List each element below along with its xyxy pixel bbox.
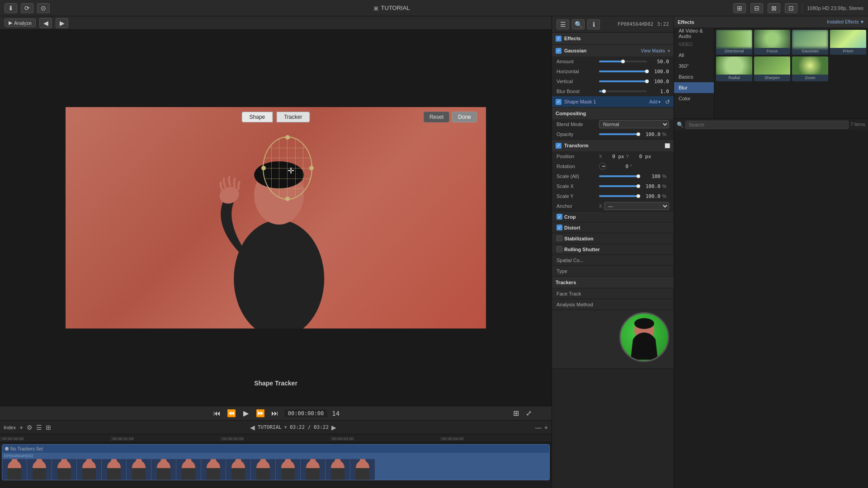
transform-header[interactable]: Transform ⬜ xyxy=(552,140,674,151)
shape-tracker-overlay[interactable]: ✛ xyxy=(263,136,312,200)
play-pause[interactable]: ▶ xyxy=(241,408,251,418)
top-toolbar: ⬇ ⟳ ⊙ ▣ TUTORIAL ⊞ ⊟ ⊠ ⊡ 1080p HD 23.98p… xyxy=(0,0,868,16)
sync-btn[interactable]: ⊙ xyxy=(37,3,50,13)
effect-prism[interactable]: Prism xyxy=(830,30,866,55)
skip-to-start[interactable]: ⏮ xyxy=(212,408,222,418)
inspector-tab-btn1[interactable]: ☰ xyxy=(557,19,569,29)
prev-frame-btn[interactable]: ◀ xyxy=(39,18,52,28)
handle-bottom[interactable] xyxy=(285,197,290,201)
scale-y-slider[interactable] xyxy=(599,195,638,197)
effect-directional[interactable]: Directional xyxy=(716,30,752,55)
cat-360[interactable]: 360° xyxy=(674,61,714,71)
anchor-select[interactable]: — xyxy=(604,202,669,210)
effect-sharpen[interactable]: Sharpen xyxy=(754,56,790,81)
amount-thumb[interactable] xyxy=(621,60,625,63)
timeline-dropdown-arrow[interactable]: ▾ xyxy=(284,424,287,430)
analyze-icon: ▶ xyxy=(9,20,12,26)
search-input[interactable] xyxy=(685,121,849,129)
media-btn[interactable]: ⟳ xyxy=(21,3,33,13)
track-thumbnails xyxy=(2,459,549,480)
timeline-next[interactable]: ▶ xyxy=(331,424,336,431)
type-row: Type xyxy=(552,266,674,277)
shape-mask-checkbox[interactable] xyxy=(556,99,561,105)
rolling-shutter-checkbox[interactable] xyxy=(557,246,562,252)
amount-slider[interactable] xyxy=(599,61,647,62)
gaussian-header[interactable]: Gaussian View Masks ▾ xyxy=(552,45,674,56)
effects-checkbox[interactable] xyxy=(556,36,561,42)
next-frame[interactable]: ⏩ xyxy=(255,408,265,418)
vertical-slider[interactable] xyxy=(599,80,647,82)
rotation-dial[interactable] xyxy=(599,163,606,170)
scale-y-fill xyxy=(599,195,638,197)
shape-mask-row[interactable]: Shape Mask 1 Add ▾ ↺ xyxy=(552,96,674,107)
shape-mask-add-btn[interactable]: Add ▾ xyxy=(649,99,660,104)
handle-top[interactable] xyxy=(285,135,290,140)
opacity-slider[interactable] xyxy=(599,133,638,135)
next-frame-btn[interactable]: ▶ xyxy=(56,18,68,28)
shape-mask-reset-btn[interactable]: ↺ xyxy=(665,99,670,105)
grid-view-btn[interactable]: ⊞ xyxy=(46,424,51,431)
horizontal-slider[interactable] xyxy=(599,70,647,72)
effects-section-header[interactable]: Effects xyxy=(552,33,674,44)
zoom-label: Zoom xyxy=(792,75,828,81)
timeline-prev[interactable]: ◀ xyxy=(250,424,255,431)
view-masks-btn[interactable]: View Masks xyxy=(641,48,665,53)
layout-btn3[interactable]: ⊠ xyxy=(768,3,780,13)
cat-blur[interactable]: Blur xyxy=(674,82,714,93)
cat-all-video-audio[interactable]: All Video & Audio xyxy=(674,28,714,39)
position-y-value: 0 px xyxy=(631,154,651,160)
scale-y-thumb[interactable] xyxy=(637,194,640,198)
reset-button[interactable]: Reset xyxy=(424,112,449,122)
scale-x-thumb[interactable] xyxy=(637,184,640,188)
zoom-in-btn[interactable]: + xyxy=(544,424,548,431)
track-clip[interactable]: No Trackers Set FP004564HD02 xyxy=(2,444,550,480)
effect-zoom[interactable]: Zoom xyxy=(792,56,828,81)
handle-right[interactable] xyxy=(309,166,314,170)
list-view-btn[interactable]: ☰ xyxy=(36,424,42,431)
loop-btn[interactable]: ⊞ xyxy=(511,408,521,418)
stabilization-checkbox[interactable] xyxy=(557,235,562,241)
settings-btn[interactable]: ⚙ xyxy=(27,424,33,431)
cat-basics[interactable]: Basics xyxy=(674,71,714,82)
layout-btn1[interactable]: ⊞ xyxy=(733,3,746,13)
transform-expand-btn[interactable]: ⬜ xyxy=(665,143,670,148)
inspector-tab-btn2[interactable]: 🔍 xyxy=(572,19,585,29)
tracker-button[interactable]: Tracker xyxy=(276,112,310,122)
horizontal-thumb[interactable] xyxy=(645,70,649,73)
trackers-header[interactable]: Trackers xyxy=(552,277,674,288)
done-button[interactable]: Done xyxy=(452,112,477,122)
zoom-out-btn[interactable]: — xyxy=(535,424,542,431)
installed-effects-label[interactable]: Installed Effects ▼ xyxy=(827,19,864,24)
scale-x-slider[interactable] xyxy=(599,185,638,187)
scale-all-slider[interactable] xyxy=(599,175,638,177)
thumb-9 xyxy=(201,459,226,480)
skip-to-end[interactable]: ⏭ xyxy=(270,408,280,418)
import-btn[interactable]: ⬇ xyxy=(5,3,17,13)
add-track-btn[interactable]: + xyxy=(19,424,23,431)
effect-radial[interactable]: Radial xyxy=(716,56,752,81)
handle-left[interactable] xyxy=(261,166,266,170)
gaussian-checkbox[interactable] xyxy=(556,48,561,54)
layout-btn2[interactable]: ⊟ xyxy=(750,3,763,13)
cat-all[interactable]: All xyxy=(674,50,714,61)
distort-checkbox[interactable] xyxy=(557,225,562,230)
prev-frame[interactable]: ⏪ xyxy=(226,408,236,418)
tracker-ellipse[interactable] xyxy=(263,136,312,200)
effect-gaussian[interactable]: Gaussian xyxy=(792,30,828,55)
blur-boost-thumb[interactable] xyxy=(602,89,606,93)
effect-focus[interactable]: Focus xyxy=(754,30,790,55)
inspector-tab-btn3[interactable]: ℹ xyxy=(587,19,600,29)
fullscreen-btn[interactable]: ⤢ xyxy=(524,408,533,418)
analyze-button[interactable]: ▶ Analyze xyxy=(5,19,36,27)
transform-checkbox[interactable] xyxy=(556,143,561,149)
crop-checkbox[interactable] xyxy=(557,214,562,220)
scale-all-thumb[interactable] xyxy=(637,174,640,178)
compositing-header[interactable]: Compositing xyxy=(552,108,674,119)
vertical-thumb[interactable] xyxy=(645,80,649,83)
blur-boost-slider[interactable] xyxy=(599,90,647,92)
cat-color[interactable]: Color xyxy=(674,93,714,104)
opacity-thumb[interactable] xyxy=(637,132,640,136)
layout-btn4[interactable]: ⊡ xyxy=(785,3,797,13)
blend-mode-select[interactable]: Normal xyxy=(599,120,669,128)
shape-button[interactable]: Shape xyxy=(242,112,273,122)
